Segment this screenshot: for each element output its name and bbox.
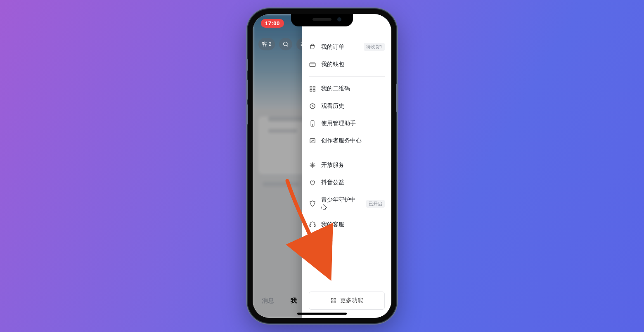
teen-icon (309, 200, 316, 207)
drawer-item-label: 抖音公益 (321, 179, 385, 186)
svg-rect-18 (331, 299, 333, 300)
drawer-item-wallet[interactable]: 我的钱包 (309, 56, 385, 73)
svg-point-0 (284, 42, 287, 46)
drawer-item-label: 我的客服 (321, 221, 385, 228)
drawer-item-charity[interactable]: 抖音公益 (309, 174, 385, 191)
qrcode-icon (309, 85, 316, 92)
home-indicator[interactable] (297, 313, 347, 315)
drawer-item-label: 创作者服务中心 (321, 137, 385, 145)
assistant-icon (309, 120, 316, 127)
svg-rect-19 (334, 299, 336, 300)
svg-rect-8 (310, 90, 312, 92)
phone-screen: 17:00 客 2 消息 我 (253, 14, 391, 318)
mute-switch (246, 59, 248, 71)
drawer-item-settings[interactable]: 设置 (309, 233, 385, 251)
side-drawer: 我的订单 待收货1 我的钱包 (302, 14, 391, 318)
drawer-item-label: 设置 (321, 238, 385, 246)
drawer-item-orders[interactable]: 我的订单 待收货1 (309, 38, 385, 56)
drawer-item-label: 我的订单 (321, 43, 359, 51)
drawer-item-label: 使用管理助手 (321, 120, 385, 127)
recording-time-pill: 17:00 (261, 19, 284, 28)
more-features-label: 更多功能 (340, 297, 363, 304)
charity-icon (309, 179, 316, 186)
drawer-item-creator[interactable]: 创作者服务中心 (309, 132, 385, 149)
drawer-item-label: 我的二维码 (321, 85, 385, 92)
svg-rect-5 (310, 63, 315, 66)
drawer-list: 我的订单 待收货1 我的钱包 (302, 38, 391, 251)
drawer-item-label: 观看历史 (321, 102, 385, 110)
tab-me[interactable]: 我 (291, 297, 297, 305)
svg-point-17 (312, 241, 314, 243)
drawer-item-open-service[interactable]: 开放服务 (309, 157, 385, 174)
svg-rect-21 (334, 301, 336, 303)
drawer-item-label: 青少年守护中心 (321, 196, 361, 211)
visitor-pill[interactable]: 客 2 (258, 38, 275, 50)
volume-up (246, 79, 248, 100)
search-icon (282, 41, 289, 47)
svg-rect-14 (310, 225, 311, 227)
svg-rect-6 (310, 86, 312, 88)
stage: 17:00 客 2 消息 我 (0, 0, 644, 332)
svg-line-1 (287, 45, 288, 46)
svg-point-12 (312, 125, 313, 126)
teen-badge: 已开启 (366, 200, 385, 208)
creator-icon (309, 137, 316, 145)
cart-icon (309, 43, 316, 51)
settings-icon (309, 238, 316, 246)
drawer-item-label: 开放服务 (321, 161, 385, 169)
drawer-item-qrcode[interactable]: 我的二维码 (309, 80, 385, 97)
drawer-item-assistant[interactable]: 使用管理助手 (309, 115, 385, 132)
divider (309, 76, 385, 77)
phone-frame: 17:00 客 2 消息 我 (248, 9, 396, 323)
history-icon (309, 102, 316, 110)
svg-rect-9 (313, 90, 315, 92)
svg-rect-20 (331, 301, 333, 303)
drawer-item-label: 我的钱包 (321, 61, 385, 68)
volume-down (246, 104, 248, 125)
tab-messages[interactable]: 消息 (262, 297, 274, 305)
notch (291, 14, 353, 26)
more-features-button[interactable]: 更多功能 (309, 292, 385, 310)
drawer-item-support[interactable]: 我的客服 (309, 216, 385, 233)
support-icon (309, 221, 316, 228)
app-root: 17:00 客 2 消息 我 (253, 14, 391, 318)
svg-marker-16 (310, 239, 315, 245)
drawer-item-history[interactable]: 观看历史 (309, 97, 385, 115)
search-button[interactable] (279, 38, 292, 50)
drawer-item-teen[interactable]: 青少年守护中心 已开启 (309, 191, 385, 216)
svg-rect-7 (313, 86, 315, 88)
divider (309, 153, 385, 153)
svg-rect-15 (314, 225, 315, 227)
orders-badge: 待收货1 (364, 43, 385, 51)
wallet-icon (309, 61, 316, 68)
grid-icon (330, 297, 337, 304)
power-button (396, 83, 398, 112)
open-service-icon (309, 161, 316, 169)
